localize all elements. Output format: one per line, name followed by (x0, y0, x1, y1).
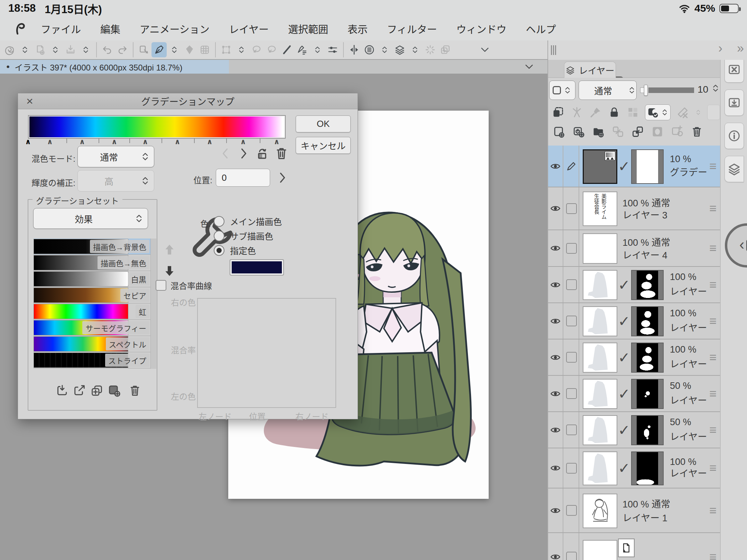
color-option[interactable]: 指定色 (214, 244, 256, 256)
gradient-midpoint-tick[interactable] (194, 139, 195, 143)
gradient-preview-bar[interactable] (28, 115, 286, 139)
layer-drag-handle[interactable]: ≡ (709, 350, 717, 365)
gradient-node-marker[interactable]: ∧ (207, 138, 213, 146)
layer-color-slot[interactable] (707, 105, 720, 120)
delete-gradient-icon[interactable] (128, 384, 142, 398)
lasso-icon[interactable] (249, 42, 264, 57)
close-icon[interactable]: × (23, 94, 37, 108)
object-selector-icon[interactable] (136, 42, 151, 57)
layer-thumbnail[interactable] (583, 270, 617, 300)
layer-thumbnail[interactable] (583, 415, 617, 445)
delete-layer-icon[interactable] (690, 125, 703, 138)
merge-down-icon[interactable] (631, 125, 644, 138)
mix-curve-checkbox[interactable] (156, 280, 166, 291)
gradient-midpoint-tick[interactable] (99, 139, 99, 143)
layer-thumbnail[interactable] (583, 233, 617, 264)
ruler-range-icon[interactable] (676, 106, 689, 119)
layer-visibility-eye-icon[interactable] (548, 230, 563, 266)
layer-row[interactable]: 100 % 通常レイヤー 1≡ (548, 488, 720, 533)
menu-item[interactable]: レイヤー (229, 21, 269, 36)
layer-mask-thumbnail[interactable] (631, 379, 664, 409)
layer-visibility-eye-icon[interactable] (548, 187, 563, 230)
layer-thumbnail[interactable] (583, 149, 617, 184)
gradient-preset[interactable]: 虹 (34, 304, 150, 320)
transform-icon[interactable] (219, 42, 234, 57)
collapse-toolbar-icon[interactable] (477, 42, 492, 57)
lock-layer-icon[interactable] (608, 106, 621, 119)
layer-thumbnail[interactable] (583, 306, 617, 336)
wrench-settings-icon[interactable] (162, 212, 177, 227)
menu-item[interactable]: フィルター (387, 21, 437, 36)
layer-select-checkbox[interactable] (564, 230, 579, 266)
layer-thumbnail[interactable] (583, 451, 617, 485)
gradient-node-marker[interactable]: ∧ (175, 138, 181, 146)
menu-item[interactable]: 表示 (348, 21, 368, 36)
layer-select-checkbox[interactable] (564, 533, 579, 560)
close-all-palettes-button[interactable] (725, 56, 744, 83)
layer-row[interactable]: 生徒会長美影ライム100 % 通常レイヤー 3≡ (548, 187, 720, 230)
layer-drag-handle[interactable]: ≡ (709, 461, 717, 475)
layer-drag-handle[interactable]: ≡ (709, 278, 717, 292)
layer-drag-handle[interactable]: ≡ (709, 423, 717, 437)
mask-link-check-icon[interactable]: ✓ (618, 158, 630, 175)
flip-gradient-icon[interactable] (255, 146, 270, 161)
clip-studio-logo-icon[interactable] (12, 21, 28, 36)
layer-row[interactable]: ✓50 %レイヤー≡ (548, 376, 720, 412)
gradient-midpoint-tick[interactable] (260, 139, 260, 143)
gradient-midpoint-tick[interactable] (66, 139, 67, 143)
gradient-node-marker[interactable]: ∧ (47, 138, 53, 146)
variant-stepper-icon[interactable] (234, 42, 249, 57)
lock-transparent-pixels-icon[interactable] (626, 106, 639, 119)
rotate-view-icon[interactable] (2, 42, 17, 57)
direct-draw-icon[interactable] (279, 42, 295, 57)
layer-stack-icon[interactable] (392, 42, 407, 57)
variant-stepper-icon[interactable] (17, 42, 33, 57)
layer-row[interactable]: ✓100 %レイヤー≡ (548, 267, 720, 303)
layer-row[interactable]: 100 % 通常レイヤー 4≡ (548, 230, 720, 267)
layer-thumbnail[interactable] (583, 540, 617, 560)
blend-mode-dropdown[interactable]: 通常 (77, 146, 154, 167)
variant-stepper-icon[interactable] (48, 42, 63, 57)
menu-item[interactable]: ファイル (41, 21, 81, 36)
layer-editing-pencil-icon[interactable] (564, 146, 579, 187)
layer-drag-handle[interactable]: ≡ (709, 159, 717, 174)
save-icon[interactable] (63, 42, 78, 57)
menu-item[interactable]: ヘルプ (526, 21, 556, 36)
draft-layer-icon[interactable] (589, 106, 602, 119)
gradient-circle-icon[interactable] (362, 42, 377, 57)
redo-icon[interactable] (115, 42, 130, 57)
layer-select-checkbox[interactable] (564, 412, 579, 448)
layer-select-checkbox[interactable] (564, 187, 579, 230)
gradient-preset[interactable]: セピア (34, 287, 150, 304)
eraser-icon[interactable] (182, 42, 197, 57)
undo-icon[interactable] (100, 42, 115, 57)
layer-drag-handle[interactable]: ≡ (709, 201, 717, 216)
layer-select-checkbox[interactable] (564, 267, 579, 302)
layer-drag-handle[interactable]: ≡ (709, 503, 717, 518)
layer-mask-thumbnail[interactable] (631, 343, 664, 373)
apply-mask-icon[interactable] (671, 125, 684, 138)
link-layers-icon[interactable] (611, 125, 625, 138)
new-gradient-icon[interactable] (107, 384, 121, 398)
enable-mask-button[interactable] (645, 104, 671, 120)
layer-row[interactable]: 用紙≡ (548, 533, 720, 560)
export-gradient-icon[interactable] (73, 384, 86, 398)
layer-row[interactable]: ✓50 %レイヤー≡ (548, 412, 720, 448)
move-preset-down-icon[interactable] (163, 264, 176, 278)
menu-item[interactable]: ウィンドウ (456, 21, 506, 36)
save-palette-button[interactable] (725, 90, 744, 116)
flip-horizontal-icon[interactable] (347, 42, 362, 57)
gradient-node-marker[interactable]: ∧ (240, 138, 246, 146)
layer-thumbnail[interactable] (583, 379, 617, 409)
layer-opacity-value[interactable]: 10 (698, 84, 708, 95)
menu-item[interactable]: 編集 (100, 21, 120, 36)
layer-select-checkbox[interactable] (564, 488, 579, 532)
mask-link-check-icon[interactable]: ✓ (618, 385, 630, 402)
layer-visibility-eye-icon[interactable] (548, 376, 563, 411)
layer-drag-handle[interactable]: ≡ (709, 241, 717, 255)
gradient-preset[interactable]: 白黒 (34, 271, 150, 287)
add-layer-icon[interactable] (438, 42, 453, 57)
mask-link-check-icon[interactable]: ✓ (618, 349, 630, 366)
layer-thumbnail[interactable]: 生徒会長美影ライム (583, 192, 617, 226)
layer-row[interactable]: ✓100 %レイヤー≡ (548, 339, 720, 376)
